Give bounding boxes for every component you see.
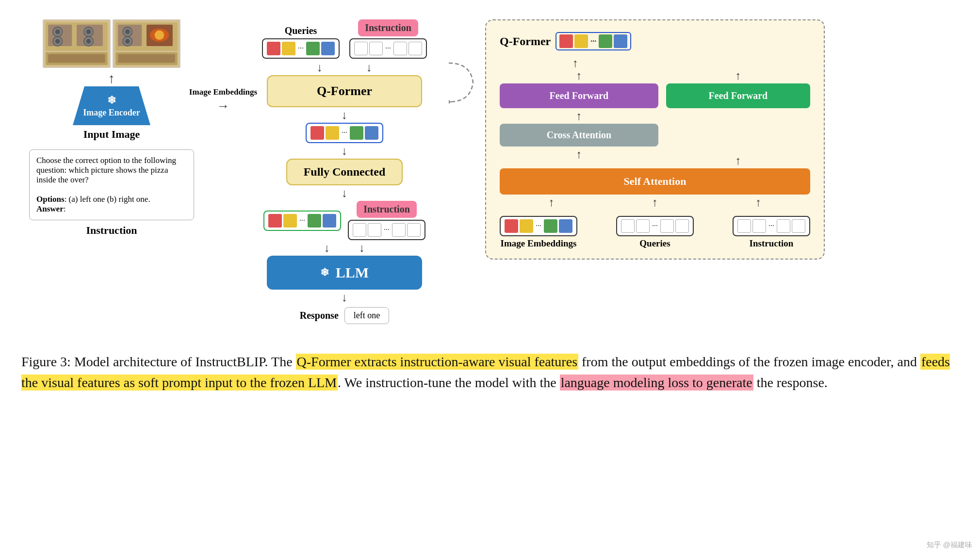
title-token-dots: ··· bbox=[589, 37, 597, 46]
encoder-label: Image Encoder bbox=[83, 108, 140, 118]
title-token-red bbox=[559, 34, 573, 48]
qfd-q-token-1 bbox=[621, 219, 635, 233]
instruction-mid-col: Instruction ··· bbox=[348, 201, 425, 240]
qformer-detail: Q-Former ··· ↑ ↑ bbox=[485, 19, 825, 260]
arrow-up-cross-ff: ↑ bbox=[500, 110, 658, 122]
ff-purple-box: Feed Forward bbox=[500, 83, 658, 108]
fc-token-blue bbox=[323, 214, 336, 228]
mid-token-w4 bbox=[407, 223, 421, 237]
input-image-label: Input Image bbox=[83, 128, 140, 141]
svg-point-23 bbox=[125, 39, 130, 44]
arrow-up-ff-right: ↑ bbox=[666, 70, 810, 81]
token-yellow bbox=[282, 42, 295, 55]
token-w1 bbox=[354, 42, 368, 55]
diagram-area: ↑ ❄ Image Encoder Input Image Choose the… bbox=[10, 10, 970, 329]
arrow-queries-down: ↓ bbox=[317, 62, 323, 73]
qfd-instruction-col: ··· Instruction bbox=[733, 216, 810, 249]
response-label: Response bbox=[300, 310, 339, 321]
svg-point-11 bbox=[86, 39, 91, 44]
arrow-llm-down: ↓ bbox=[342, 292, 347, 303]
ff-row: ↑ Feed Forward ↑ Cross Attention ↑ ↑ Fee… bbox=[500, 70, 810, 166]
spacer-right bbox=[666, 110, 810, 120]
arrows-to-qformer: ↓ ↓ bbox=[243, 62, 446, 73]
arrow-up-queries: ↑ bbox=[652, 196, 658, 208]
token-w2 bbox=[369, 42, 383, 55]
qfd-i-token-2 bbox=[752, 219, 766, 233]
title-token-yellow bbox=[574, 34, 588, 48]
fc-token-yellow bbox=[283, 214, 297, 228]
token-dots: ··· bbox=[297, 44, 305, 53]
qformer-inner-layout: ↑ Feed Forward ↑ Cross Attention ↑ ↑ Fee… bbox=[500, 70, 810, 249]
figure-number: Figure 3: bbox=[21, 354, 71, 369]
queries-label-top: Queries bbox=[285, 25, 317, 36]
qfd-img-embed-label: Image Embeddings bbox=[501, 238, 577, 249]
stove-images bbox=[43, 19, 180, 68]
left-section: ↑ ❄ Image Encoder Input Image Choose the… bbox=[19, 19, 204, 237]
mid-token-w2 bbox=[368, 223, 381, 237]
arrow-to-llm-1: ↓ bbox=[324, 242, 330, 254]
instruction-badge-mid: Instruction bbox=[357, 201, 417, 218]
instruction-token-row-mid: ··· bbox=[348, 220, 425, 240]
dashed-arrow-svg bbox=[446, 58, 475, 107]
stove-image-right bbox=[113, 19, 180, 68]
response-value: left one bbox=[344, 307, 389, 324]
caption-area: Figure 3: Model architecture of Instruct… bbox=[10, 343, 970, 401]
bottom-arrows-row: ↑ ↑ ↑ bbox=[500, 196, 810, 208]
qfd-instr-tokens: ··· bbox=[733, 216, 810, 236]
answer-label: Answer: bbox=[36, 204, 65, 213]
qfd-i-token-1 bbox=[737, 219, 751, 233]
fc-output-tokens: ··· bbox=[263, 211, 341, 231]
llm-label: LLM bbox=[336, 264, 369, 281]
instruction-text: Choose the correct option to the followi… bbox=[36, 156, 176, 184]
fc-token-green bbox=[308, 214, 321, 228]
qformer-bottom-row: ··· Image Embeddings ··· bbox=[500, 216, 810, 249]
qfd-img-embed-col: ··· Image Embeddings bbox=[500, 216, 577, 249]
spacer-right-2 bbox=[666, 122, 810, 153]
response-row: Response left one bbox=[300, 307, 390, 324]
arrow-to-llm-2: ↓ bbox=[359, 242, 365, 254]
qfd-queries-label: Queries bbox=[639, 238, 670, 249]
ff-green-box: Feed Forward bbox=[666, 83, 810, 108]
image-encoder-shape: ❄ Image Encoder bbox=[73, 86, 150, 125]
queries-token-row-top: ··· bbox=[262, 38, 340, 59]
qfd-img-token-g bbox=[544, 219, 557, 233]
queries-col-top: Queries ··· bbox=[262, 25, 340, 59]
qfd-img-token-y bbox=[520, 219, 533, 233]
mid-token-w3 bbox=[392, 223, 406, 237]
qfd-i-token-3 bbox=[777, 219, 790, 233]
token-blue bbox=[321, 42, 335, 55]
svg-rect-13 bbox=[48, 54, 105, 63]
svg-point-5 bbox=[55, 30, 60, 34]
out-token-blue bbox=[365, 126, 378, 140]
qformer-box-middle: Q-Former bbox=[267, 75, 422, 107]
token-w3 bbox=[393, 42, 407, 55]
token-red bbox=[267, 42, 280, 55]
qfd-instruction-label: Instruction bbox=[750, 238, 794, 249]
arrow-up-to-right-ff-from-self: ↑ bbox=[666, 155, 810, 166]
qfd-i-dots: ··· bbox=[768, 222, 775, 230]
qformer-title-tokens: ··· bbox=[555, 32, 631, 50]
arrow-up-instr-qfd: ↑ bbox=[755, 196, 761, 208]
token-w4 bbox=[408, 42, 422, 55]
middle-section: Queries ··· Instruction bbox=[243, 19, 446, 324]
fully-connected-label: Fully Connected bbox=[304, 165, 386, 178]
self-attention-box: Self Attention bbox=[500, 168, 810, 195]
qformer-detail-title-row: Q-Former ··· bbox=[500, 32, 810, 50]
qformer-output-tokens: ··· bbox=[306, 123, 383, 143]
qfd-img-token-b bbox=[559, 219, 572, 233]
arrows-to-llm: ↓ ↓ bbox=[243, 242, 446, 254]
arrow-up-to-encoder: ↑ bbox=[108, 72, 115, 85]
qfd-img-dots: ··· bbox=[535, 222, 542, 230]
qfd-q-dots: ··· bbox=[651, 222, 659, 230]
arrow-fc-down: ↓ bbox=[342, 187, 347, 199]
arrow-up-to-cross: ↑ bbox=[500, 148, 658, 160]
arrow-up-to-title: ↑ bbox=[572, 57, 578, 69]
mid-token-w1 bbox=[353, 223, 366, 237]
svg-point-21 bbox=[125, 30, 130, 34]
arrow-right-embeddings: → bbox=[217, 99, 229, 114]
snowflake-icon-llm: ❄ bbox=[320, 266, 329, 279]
svg-point-9 bbox=[55, 39, 60, 44]
title-token-green bbox=[599, 34, 612, 48]
ff-left-col: ↑ Feed Forward ↑ Cross Attention ↑ bbox=[500, 70, 658, 166]
fc-token-red bbox=[268, 214, 282, 228]
